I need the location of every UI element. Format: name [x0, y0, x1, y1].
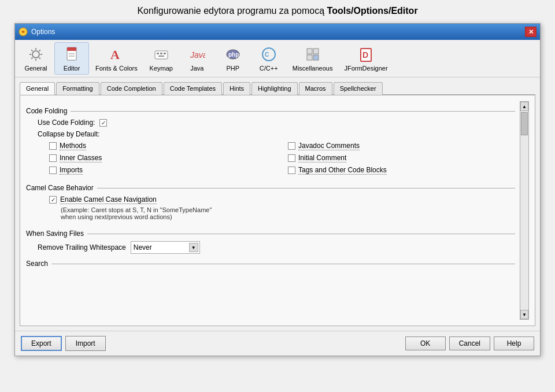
svg-rect-26: [313, 49, 319, 54]
toolbar-icon-jfd: D: [357, 45, 375, 64]
svg-line-3: [39, 58, 40, 59]
close-button[interactable]: ✕: [525, 27, 536, 37]
tab-general[interactable]: General: [20, 82, 55, 95]
toolbar-item-keymap[interactable]: Keymap: [144, 42, 179, 75]
scroll-down-button[interactable]: ▼: [520, 310, 528, 319]
camel-section-divider: [97, 188, 515, 188]
dropdown-arrow-icon: ▼: [189, 243, 198, 252]
import-button[interactable]: Import: [65, 336, 106, 351]
javadoc-checkbox-item: Javadoc Comments: [288, 142, 515, 150]
tab-bar: GeneralFormattingCode CompletionCode Tem…: [20, 82, 535, 95]
toolbar-item-fonts_colors[interactable]: AFonts & Colors: [90, 42, 143, 75]
tags-checkbox-item: Tags and Other Code Blocks: [288, 166, 515, 175]
toolbar-item-php[interactable]: phpPHP: [216, 42, 250, 75]
toolbar-icon-cpp: C: [260, 45, 278, 64]
toolbar: GeneralEditorAFonts & ColorsKeymapJavaJa…: [15, 40, 540, 77]
tab-code_completion[interactable]: Code Completion: [101, 82, 162, 95]
panel: Code Folding Use Code Folding: Collapse …: [20, 95, 535, 326]
toolbar-label-cpp: C/C++: [260, 65, 278, 72]
javadoc-label: Javadoc Comments: [298, 142, 360, 150]
scroll-up-button[interactable]: ▲: [520, 102, 528, 111]
svg-text:A: A: [110, 47, 120, 62]
camel-enable-label: Enable Camel Case Navigation: [60, 195, 157, 204]
camel-description-line2: when using next/previous word actions): [61, 213, 515, 220]
initial-comment-checkbox-item: Initial Comment: [288, 154, 515, 162]
toolbar-icon-general: [27, 45, 45, 64]
remove-trailing-label: Remove Trailing Whitespace: [38, 243, 126, 252]
search-section: Search: [26, 260, 515, 268]
svg-rect-18: [164, 53, 166, 54]
tab-spellchecker[interactable]: Spellchecker: [334, 82, 383, 95]
scroll-thumb[interactable]: [521, 112, 528, 135]
toolbar-label-fonts_colors: Fonts & Colors: [95, 65, 138, 72]
camel-enable-checkbox[interactable]: [49, 196, 57, 204]
methods-checkbox-item: Methods: [49, 142, 276, 150]
svg-text:Java: Java: [190, 50, 205, 60]
toolbar-icon-php: php: [224, 45, 242, 64]
toolbar-label-java: Java: [190, 65, 204, 72]
svg-rect-25: [307, 49, 312, 54]
javadoc-checkbox[interactable]: [288, 142, 295, 150]
cancel-button[interactable]: Cancel: [449, 336, 490, 350]
svg-text:C: C: [265, 51, 269, 58]
title-bar: Options ✕: [15, 24, 540, 40]
use-code-folding-row: Use Code Folding:: [38, 119, 515, 127]
use-code-folding-checkbox[interactable]: [99, 119, 107, 127]
methods-label: Methods: [60, 142, 86, 150]
tab-hints[interactable]: Hints: [223, 82, 250, 95]
initial-comment-checkbox[interactable]: [288, 154, 295, 162]
search-title: Search: [26, 260, 48, 268]
tab-macros[interactable]: Macros: [299, 82, 332, 95]
tab-formatting[interactable]: Formatting: [56, 82, 99, 95]
scrollbar[interactable]: ▲ ▼: [520, 101, 529, 320]
svg-point-1: [32, 51, 39, 58]
toolbar-item-general[interactable]: General: [18, 42, 53, 75]
saving-title: When Saving Files: [26, 230, 84, 238]
saving-section: When Saving Files: [26, 230, 515, 238]
toolbar-item-java[interactable]: JavaJava: [180, 42, 214, 75]
svg-rect-11: [67, 47, 76, 51]
toolbar-icon-misc: [304, 45, 322, 64]
svg-text:php: php: [228, 51, 239, 58]
svg-line-9: [39, 50, 40, 51]
window-title: Options: [31, 28, 55, 36]
code-folding-section: Code Folding: [26, 107, 515, 115]
toolbar-item-editor[interactable]: Editor: [54, 42, 89, 75]
svg-rect-27: [307, 55, 312, 60]
svg-text:D: D: [362, 50, 368, 60]
saving-row: Remove Trailing Whitespace Never ▼: [38, 241, 515, 254]
toolbar-label-php: PHP: [226, 65, 239, 72]
imports-label: Imports: [60, 166, 83, 175]
toolbar-icon-java: Java: [188, 45, 206, 64]
toolbar-label-keymap: Keymap: [150, 65, 173, 72]
options-window: Options ✕ GeneralEditorAFonts & ColorsKe…: [14, 23, 541, 356]
toolbar-icon-fonts_colors: A: [107, 45, 125, 64]
toolbar-item-cpp[interactable]: CC/C++: [251, 42, 286, 75]
collapse-default-row: Collapse by Default:: [38, 130, 515, 138]
toolbar-label-jfd: JFormDesigner: [344, 65, 387, 72]
help-button[interactable]: Help: [494, 336, 534, 350]
toolbar-icon-editor: [62, 45, 81, 64]
tags-checkbox[interactable]: [288, 167, 295, 174]
toolbar-item-misc[interactable]: Miscellaneous: [287, 42, 338, 75]
toolbar-item-jfd[interactable]: DJFormDesigner: [339, 42, 393, 75]
svg-line-5: [31, 58, 32, 59]
ok-button[interactable]: OK: [405, 336, 446, 350]
collapse-checkboxes: Methods Javadoc Comments Inner Classes I…: [49, 142, 515, 175]
camel-description-line1: (Example: Caret stops at S, T, N in "Som…: [61, 206, 515, 213]
never-dropdown[interactable]: Never ▼: [131, 241, 200, 254]
toolbar-label-misc: Miscellaneous: [293, 65, 333, 72]
camel-enable-row: Enable Camel Case Navigation: [49, 195, 515, 204]
inner-classes-checkbox[interactable]: [49, 154, 57, 162]
saving-section-divider: [87, 234, 515, 234]
export-button[interactable]: Export: [21, 336, 62, 351]
initial-comment-label: Initial Comment: [298, 154, 346, 162]
tab-code_templates[interactable]: Code Templates: [164, 82, 222, 95]
tab-highlighting[interactable]: Highlighting: [251, 82, 297, 95]
dialog-buttons: Export Import OK Cancel Help: [15, 331, 540, 356]
methods-checkbox[interactable]: [49, 142, 57, 150]
toolbar-label-general: General: [24, 65, 47, 72]
imports-checkbox[interactable]: [49, 167, 57, 174]
code-folding-title: Code Folding: [26, 107, 67, 115]
camel-case-title: Camel Case Behavior: [26, 184, 94, 192]
